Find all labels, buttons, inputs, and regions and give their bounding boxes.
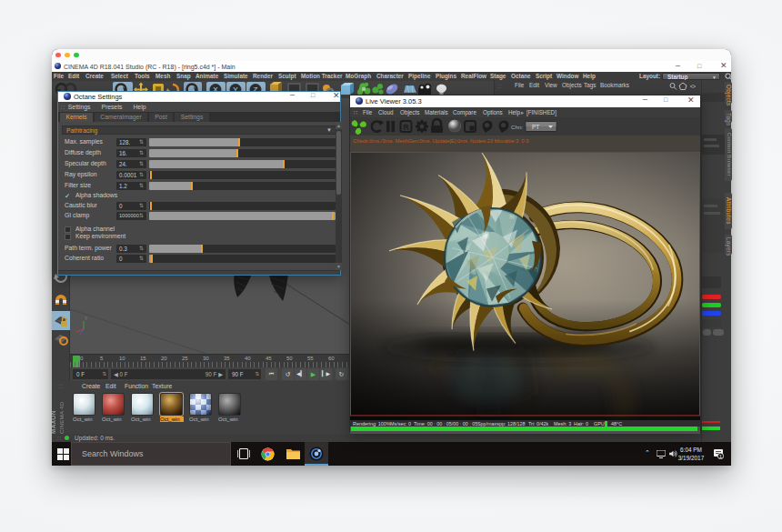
svg-text:Chn:: Chn: — [511, 124, 523, 130]
svg-text:Y: Y — [85, 316, 88, 321]
svg-text:R: R — [403, 123, 408, 132]
svg-text:PT: PT — [532, 124, 539, 130]
